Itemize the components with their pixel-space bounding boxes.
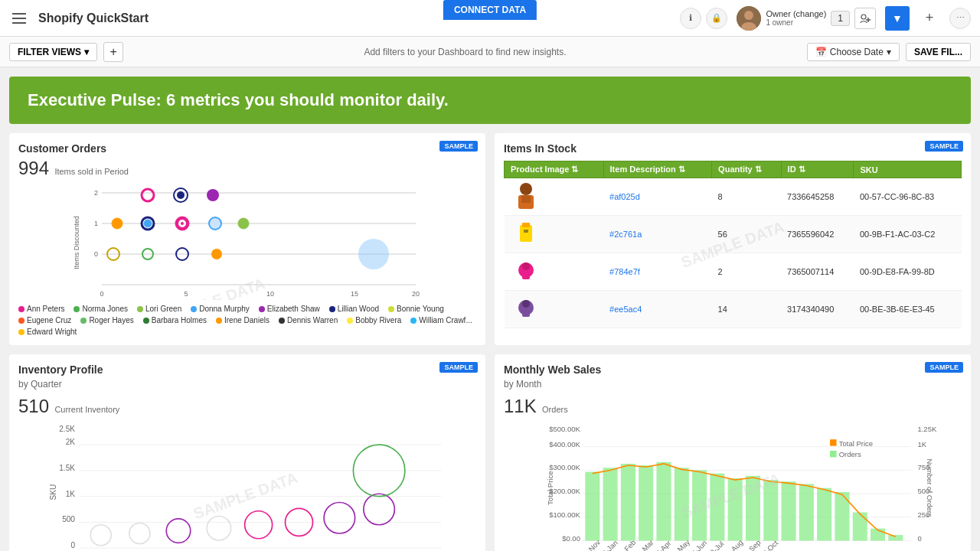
svg-text:15: 15 [351, 290, 358, 298]
scatter-plot: 2 1 0 0 5 10 15 20 Items Discounted Item… [18, 185, 476, 300]
product-image-4 [511, 294, 541, 324]
inventory-title: Inventory Profile [18, 364, 476, 376]
svg-rect-103 [621, 464, 635, 541]
svg-rect-40 [521, 195, 531, 203]
add-owner-button[interactable] [854, 8, 876, 29]
svg-text:2.5K: 2.5K [59, 425, 75, 433]
svg-text:SKU: SKU [49, 484, 57, 500]
orders-stat-label: Items sold in Period [54, 167, 129, 176]
item-id-2: 7365596042 [781, 216, 854, 253]
inventory-stat: 510 [18, 396, 49, 416]
web-sales-chart: $0.00 $100.00K $200.00K $300.00K $400.00… [504, 423, 962, 551]
sales-subtitle: by Month [504, 379, 962, 390]
svg-point-24 [358, 239, 389, 269]
svg-text:1.25K: 1.25K [917, 425, 937, 433]
item-desc-3: #784e7f [603, 253, 712, 291]
svg-point-33 [142, 189, 154, 201]
inventory-subtitle: by Quarter [18, 379, 476, 390]
table-row: #784e7f 2 7365007114 00-9D-E8-FA-99-8D [505, 253, 962, 291]
owner-change-link[interactable]: (change) [793, 9, 826, 18]
filter-views-button[interactable]: FILTER VIEWS ▾ [9, 43, 97, 61]
monthly-web-sales-card: SAMPLE Monthly Web Sales by Month 11K Or… [495, 354, 971, 551]
owner-info: Owner (change) 1 owner [766, 9, 826, 27]
svg-point-45 [522, 262, 530, 270]
svg-rect-113 [799, 484, 814, 540]
svg-point-3 [861, 15, 866, 19]
svg-rect-105 [656, 462, 671, 541]
svg-point-69 [364, 494, 395, 525]
svg-rect-101 [585, 472, 599, 541]
item-desc-1: #af025d [603, 178, 712, 216]
connect-data-button[interactable]: CONNECT DATA [443, 0, 537, 20]
svg-point-27 [144, 220, 152, 227]
inventory-svg: 0 500 1K 1.5K 2K 2.5K SKU [18, 423, 476, 551]
owner-section: Owner (change) 1 owner 1 [737, 6, 876, 31]
info-icon[interactable]: ℹ [680, 8, 701, 29]
svg-text:$400.00K: $400.00K [549, 440, 580, 448]
add-filter-button[interactable]: + [103, 42, 123, 62]
svg-text:1.5K: 1.5K [59, 464, 75, 472]
inventory-stat-label: Current Inventory [54, 405, 119, 414]
svg-text:20: 20 [412, 290, 420, 298]
sales-stat-label: Orders [542, 405, 568, 414]
product-image-3 [511, 256, 541, 287]
svg-text:22-Jul: 22-Jul [705, 540, 725, 551]
sales-title: Monthly Web Sales [504, 364, 962, 376]
svg-rect-130 [830, 439, 836, 445]
item-qty-3: 2 [712, 253, 781, 291]
svg-point-25 [112, 218, 122, 229]
svg-text:Number of Orders: Number of Orders [926, 459, 934, 517]
svg-text:0: 0 [100, 290, 103, 298]
svg-text:5: 5 [184, 290, 188, 298]
col-product-image[interactable]: Product Image ⇅ [505, 161, 604, 178]
svg-rect-41 [520, 225, 532, 242]
item-sku-2: 00-9B-F1-AC-03-C2 [854, 216, 962, 253]
item-qty-1: 8 [712, 178, 781, 216]
nav-icons: ℹ 🔒 [680, 8, 727, 29]
filter-bar: FILTER VIEWS ▾ + Add filters to your Das… [0, 37, 980, 67]
svg-text:2K: 2K [66, 438, 76, 446]
sample-badge-orders: SAMPLE [439, 141, 478, 152]
col-sku[interactable]: SKU [854, 161, 962, 178]
col-id[interactable]: ID ⇅ [781, 161, 854, 178]
legend: Ann Peters Norma Jones Lori Green Donna … [18, 305, 476, 336]
more-options-button[interactable]: ⋯ [949, 8, 971, 29]
plus-nav-button[interactable]: + [919, 8, 940, 29]
legend-item: Roger Hayes [80, 316, 133, 324]
svg-text:Orders: Orders [839, 450, 861, 458]
item-desc-4: #ee5ac4 [603, 291, 712, 328]
svg-point-1 [744, 11, 753, 20]
svg-point-62 [90, 525, 111, 546]
choose-date-button[interactable]: 📅 Choose Date ▾ [807, 43, 900, 61]
svg-text:$100.00K: $100.00K [549, 510, 580, 519]
col-quantity[interactable]: Quantity ⇅ [712, 161, 781, 178]
save-filter-button[interactable]: SAVE FIL... [906, 43, 971, 61]
items-in-stock-card: SAMPLE Items In Stock Product Image ⇅ It… [495, 133, 971, 345]
svg-text:Total Price: Total Price [839, 439, 873, 448]
product-image-2 [511, 219, 541, 249]
item-id-1: 7336645258 [781, 178, 854, 216]
svg-point-32 [238, 218, 249, 229]
svg-rect-43 [524, 230, 528, 233]
svg-text:SAMPLE DATA: SAMPLE DATA [191, 469, 300, 523]
svg-point-31 [209, 217, 221, 230]
filter-icon-button[interactable]: ▼ [885, 6, 910, 31]
inventory-profile-card: SAMPLE Inventory Profile by Quarter 510 … [9, 354, 485, 551]
items-in-stock-title: Items In Stock [504, 142, 962, 155]
hamburger-button[interactable] [9, 10, 29, 27]
sample-badge-sales: SAMPLE [925, 362, 963, 373]
item-qty-4: 14 [712, 291, 781, 328]
svg-rect-112 [782, 481, 796, 540]
svg-point-23 [212, 249, 221, 259]
svg-point-36 [207, 189, 219, 201]
svg-rect-42 [522, 223, 530, 227]
svg-text:2: 2 [94, 189, 98, 197]
svg-text:$500.00K: $500.00K [549, 425, 580, 433]
col-item-desc[interactable]: Item Description ⇅ [603, 161, 712, 178]
legend-item: Dennis Warren [279, 316, 338, 324]
legend-item: Barbara Holmes [143, 316, 207, 324]
orders-stat: 994 [18, 158, 49, 178]
lock-icon[interactable]: 🔒 [706, 8, 727, 29]
item-desc-2: #2c761a [603, 216, 712, 253]
app-title: Shopify QuickStart [38, 11, 671, 25]
